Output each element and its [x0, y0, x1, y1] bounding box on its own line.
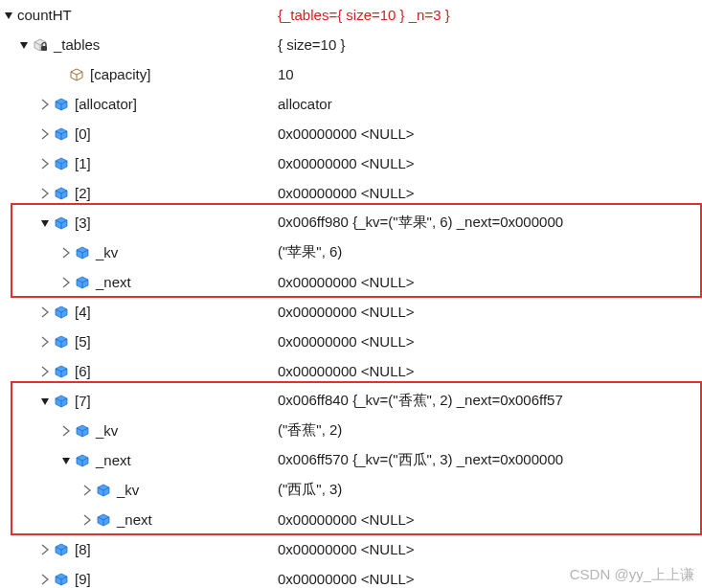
collapse-icon[interactable]	[59, 454, 73, 467]
row-slot-9[interactable]: [9]0x00000000 <NULL>	[0, 564, 702, 588]
row-slot-7-next-kv[interactable]: _kv("西瓜", 3)	[0, 475, 702, 505]
row-slot-6[interactable]: [6]0x00000000 <NULL>	[0, 356, 702, 386]
item-value: 0x00000000 <NULL>	[278, 571, 702, 587]
property-icon	[69, 67, 84, 82]
private-field-icon	[33, 37, 48, 53]
field-icon	[54, 394, 69, 409]
item-value: 0x00000000 <NULL>	[278, 125, 702, 142]
collapse-icon[interactable]	[2, 9, 15, 22]
row-tables[interactable]: _tables{ size=10 }	[0, 30, 702, 59]
item-value: ("西瓜", 3)	[278, 481, 702, 499]
row-slot-7-next[interactable]: _next0x006ff570 {_kv=("西瓜", 3) _next=0x0…	[0, 445, 702, 475]
item-value: 10	[278, 66, 702, 82]
row-allocator[interactable]: [allocator]allocator	[0, 89, 702, 119]
item-name: [6]	[75, 363, 91, 379]
collapse-icon[interactable]	[17, 38, 31, 52]
row-root[interactable]: countHT{_tables={ size=10 } _n=3 }	[0, 0, 702, 30]
expand-icon[interactable]	[38, 573, 52, 586]
item-value: 0x00000000 <NULL>	[278, 511, 702, 528]
field-icon	[75, 453, 90, 468]
expand-icon[interactable]	[38, 187, 52, 200]
item-name: _next	[96, 274, 131, 290]
item-name: [7]	[75, 393, 91, 409]
row-slot-7-next-next[interactable]: _next0x00000000 <NULL>	[0, 505, 702, 534]
item-name: _next	[96, 452, 131, 468]
item-value: { size=10 }	[278, 36, 702, 53]
field-icon	[54, 215, 69, 231]
item-value: 0x00000000 <NULL>	[278, 363, 702, 379]
item-name: [4]	[75, 304, 91, 320]
field-icon	[54, 542, 69, 557]
row-slot-0[interactable]: [0]0x00000000 <NULL>	[0, 119, 702, 148]
item-value: 0x00000000 <NULL>	[278, 155, 702, 171]
field-icon	[54, 97, 69, 112]
item-value: 0x00000000 <NULL>	[278, 541, 702, 557]
expand-icon[interactable]	[38, 335, 52, 349]
expand-icon[interactable]	[38, 365, 52, 378]
item-name: _kv	[117, 482, 139, 498]
row-slot-3-next[interactable]: _next0x00000000 <NULL>	[0, 267, 702, 297]
expand-icon[interactable]	[38, 127, 52, 141]
field-icon	[54, 364, 69, 379]
item-value: 0x00000000 <NULL>	[278, 274, 702, 290]
item-name: [capacity]	[90, 66, 150, 82]
field-icon	[54, 126, 69, 142]
expand-icon[interactable]	[59, 424, 73, 438]
field-icon	[75, 423, 90, 439]
expand-icon[interactable]	[59, 276, 73, 289]
item-name: _kv	[96, 422, 118, 439]
expand-icon[interactable]	[38, 98, 52, 111]
row-slot-7-kv[interactable]: _kv("香蕉", 2)	[0, 416, 702, 445]
item-name: _kv	[96, 244, 118, 260]
item-name: [2]	[75, 185, 91, 201]
item-name: countHT	[17, 7, 72, 23]
item-value: 0x00000000 <NULL>	[278, 333, 702, 350]
row-slot-7[interactable]: [7]0x006ff840 {_kv=("香蕉", 2) _next=0x006…	[0, 386, 702, 416]
field-icon	[75, 275, 90, 290]
row-capacity[interactable]: [capacity]10	[0, 59, 702, 89]
expand-icon[interactable]	[38, 157, 52, 170]
item-value: 0x00000000 <NULL>	[278, 304, 702, 320]
item-value: 0x006ff570 {_kv=("西瓜", 3) _next=0x000000	[278, 451, 702, 469]
item-value: ("苹果", 6)	[278, 243, 702, 261]
row-slot-5[interactable]: [5]0x00000000 <NULL>	[0, 327, 702, 356]
field-icon	[54, 572, 69, 587]
expand-icon[interactable]	[80, 513, 94, 527]
item-name: [1]	[75, 155, 91, 171]
item-name: _tables	[54, 36, 100, 53]
field-icon	[54, 334, 69, 350]
watch-tree: countHT{_tables={ size=10 } _n=3 }_table…	[0, 0, 702, 588]
row-slot-3-kv[interactable]: _kv("苹果", 6)	[0, 237, 702, 267]
item-name: [3]	[75, 215, 91, 231]
expander-placeholder	[54, 68, 67, 81]
row-slot-2[interactable]: [2]0x00000000 <NULL>	[0, 178, 702, 208]
row-slot-3[interactable]: [3]0x006ff980 {_kv=("苹果", 6) _next=0x000…	[0, 208, 702, 237]
row-slot-4[interactable]: [4]0x00000000 <NULL>	[0, 297, 702, 327]
item-name: [8]	[75, 541, 91, 557]
field-icon	[96, 512, 111, 528]
item-value: 0x006ff980 {_kv=("苹果", 6) _next=0x000000	[278, 214, 702, 232]
field-icon	[75, 245, 90, 260]
expand-icon[interactable]	[80, 484, 94, 497]
item-value: 0x00000000 <NULL>	[278, 185, 702, 201]
item-value: {_tables={ size=10 } _n=3 }	[278, 7, 702, 23]
item-value: ("香蕉", 2)	[278, 421, 702, 440]
item-name: [5]	[75, 333, 91, 350]
expand-icon[interactable]	[59, 246, 73, 260]
expand-icon[interactable]	[38, 305, 52, 319]
expand-icon[interactable]	[38, 543, 52, 556]
item-name: _next	[117, 511, 152, 528]
item-name: [0]	[75, 125, 91, 142]
row-slot-8[interactable]: [8]0x00000000 <NULL>	[0, 534, 702, 564]
field-icon	[54, 305, 69, 320]
item-value: allocator	[278, 96, 702, 112]
item-name: [9]	[75, 571, 91, 587]
item-value: 0x006ff840 {_kv=("香蕉", 2) _next=0x006ff5…	[278, 392, 702, 410]
row-slot-1[interactable]: [1]0x00000000 <NULL>	[0, 148, 702, 178]
field-icon	[96, 483, 111, 498]
field-icon	[54, 156, 69, 171]
item-name: [allocator]	[75, 96, 137, 112]
collapse-icon[interactable]	[38, 395, 52, 408]
collapse-icon[interactable]	[38, 216, 52, 230]
field-icon	[54, 186, 69, 201]
